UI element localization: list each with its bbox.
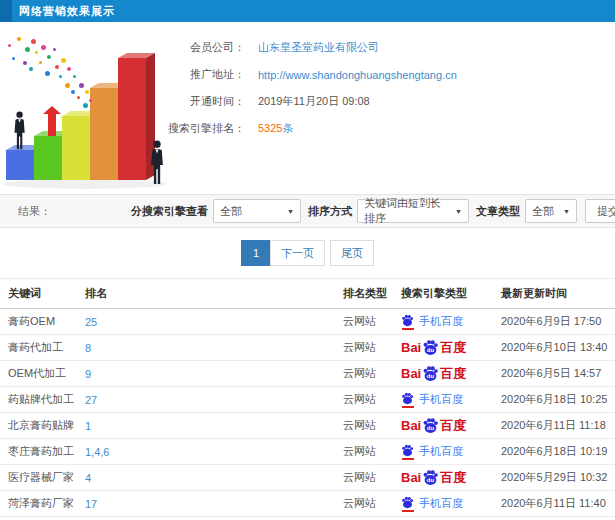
mobile-baidu-underline [402, 510, 414, 512]
info-value-link[interactable]: http://www.shandonghuangshengtang.cn [258, 69, 457, 81]
submit-button[interactable]: 提交 [585, 199, 615, 223]
baidu-logo-name: 百度 [440, 339, 466, 357]
rank-type-cell: 云网站 [343, 465, 401, 491]
baidu-logo-bai: Bai [401, 366, 421, 381]
rank-type-cell: 云网站 [343, 361, 401, 387]
table-row: OEM代加工9云网站Bai du 百度2020年6月5日 14:57 [0, 361, 615, 387]
rank-link[interactable]: 9 [85, 368, 91, 380]
rank-link[interactable]: 17 [85, 498, 97, 510]
engine-cell: Bai du 百度 [401, 413, 501, 439]
info-value-link[interactable]: 山东皇圣堂药业有限公司 [258, 41, 379, 53]
article-filter-value: 全部 [532, 204, 554, 219]
rank-cell: 1 [85, 413, 343, 439]
confetti-dot [59, 75, 62, 78]
confetti-dot [71, 90, 75, 94]
keyword-cell: OEM代加工 [0, 361, 85, 387]
keyword-cell: 膏药代加工 [0, 335, 85, 361]
svg-text:du: du [427, 373, 435, 379]
info-row-label: 推广地址： [140, 67, 245, 82]
confetti-dot [55, 65, 59, 69]
sort-filter-select[interactable]: 关键词由短到长排序 ▼ [357, 199, 469, 223]
baidu-logo: Bai du 百度 [401, 365, 466, 383]
mobile-baidu-label: 手机百度 [419, 496, 463, 511]
info-row-value: 5325条 [258, 121, 293, 136]
confetti-dot [77, 96, 80, 99]
ranking-count-suffix-link[interactable]: 条 [282, 122, 293, 134]
baidu-paw-icon [401, 392, 414, 405]
confetti-dot [23, 61, 27, 65]
table-row: 枣庄膏药加工1,4,6云网站 手机百度2020年6月18日 10:19 [0, 439, 615, 465]
rank-link[interactable]: 27 [85, 394, 97, 406]
page-title: 网络营销效果展示 [19, 4, 115, 19]
baidu-paw-icon: du [422, 417, 439, 434]
pagination-last-button[interactable]: 尾页 [330, 240, 374, 266]
info-row: 开通时间：2019年11月20日 09:08 [140, 88, 610, 115]
confetti-dot [53, 48, 56, 51]
rank-type-cell: 云网站 [343, 413, 401, 439]
mobile-baidu-paw-icon [401, 496, 414, 512]
result-label: 结果： [18, 204, 51, 219]
article-filter-label: 文章类型 [476, 204, 520, 219]
confetti-dot [47, 55, 51, 59]
table-body: 膏药OEM25云网站 手机百度2020年6月9日 17:50膏药代加工8云网站B… [0, 309, 615, 517]
confetti-dot [35, 51, 38, 54]
confetti-dot [45, 71, 50, 76]
update-time-cell: 2020年5月29日 10:32 [501, 465, 615, 491]
baidu-logo-name: 百度 [440, 469, 466, 487]
table-row: 药贴牌代加工27云网站 手机百度2020年6月18日 10:25 [0, 387, 615, 413]
update-time-cell: 2020年6月5日 14:57 [501, 361, 615, 387]
mobile-baidu-logo: 手机百度 [401, 392, 463, 408]
mobile-baidu-label: 手机百度 [419, 444, 463, 459]
rank-link[interactable]: 1,4,6 [85, 446, 109, 458]
rank-link[interactable]: 25 [85, 316, 97, 328]
pagination: 1 下一页 尾页 [0, 228, 615, 278]
filter-controls: 分搜索引擎查看 全部 ▼ 排序方式 关键词由短到长排序 ▼ 文章类型 全部 ▼ … [124, 199, 615, 223]
engine-filter-select[interactable]: 全部 ▼ [213, 199, 301, 223]
table-row: 北京膏药贴牌1云网站Bai du 百度2020年6月11日 11:18 [0, 413, 615, 439]
engine-cell: 手机百度 [401, 387, 501, 413]
baidu-paw-icon: du [422, 417, 439, 434]
mobile-baidu-logo: 手机百度 [401, 444, 463, 460]
update-time-cell: 2020年6月11日 11:40 [501, 491, 615, 517]
article-filter-select[interactable]: 全部 ▼ [525, 199, 577, 223]
baidu-logo-bai: Bai [401, 470, 421, 485]
keyword-cell: 药贴牌代加工 [0, 387, 85, 413]
engine-cell: Bai du 百度 [401, 361, 501, 387]
confetti-dot [79, 83, 84, 88]
pagination-page-1[interactable]: 1 [241, 240, 271, 266]
mobile-baidu-underline [402, 458, 414, 460]
baidu-paw-icon [401, 314, 414, 327]
rank-type-cell: 云网站 [343, 439, 401, 465]
confetti-dot [67, 67, 71, 71]
keyword-cell: 医疗器械厂家 [0, 465, 85, 491]
confetti-dot [73, 75, 76, 78]
engine-cell: 手机百度 [401, 491, 501, 517]
confetti-dot [83, 103, 88, 108]
update-time-cell: 2020年6月18日 10:19 [501, 439, 615, 465]
svg-text:du: du [427, 477, 435, 483]
svg-text:du: du [427, 425, 435, 431]
rank-link[interactable]: 8 [85, 342, 91, 354]
table-row: 膏药OEM25云网站 手机百度2020年6月9日 17:50 [0, 309, 615, 335]
rank-link[interactable]: 1 [85, 420, 91, 432]
info-row-label: 开通时间： [140, 94, 245, 109]
rank-cell: 4 [85, 465, 343, 491]
rank-link[interactable]: 4 [85, 472, 91, 484]
header-rank-type: 排名类型 [343, 279, 401, 309]
sort-filter-label: 排序方式 [308, 204, 352, 219]
pagination-next-button[interactable]: 下一页 [270, 240, 325, 266]
baidu-logo: Bai du 百度 [401, 417, 466, 435]
info-row-value: 2019年11月20日 09:08 [258, 94, 370, 109]
engine-cell: Bai du 百度 [401, 465, 501, 491]
keyword-cell: 枣庄膏药加工 [0, 439, 85, 465]
table-row: 膏药代加工8云网站Bai du 百度2020年6月10日 13:40 [0, 335, 615, 361]
confetti-dot [25, 47, 30, 52]
engine-filter-label: 分搜索引擎查看 [131, 204, 208, 219]
update-time-cell: 2020年6月9日 17:50 [501, 309, 615, 335]
keyword-cell: 北京膏药贴牌 [0, 413, 85, 439]
rank-cell: 8 [85, 335, 343, 361]
confetti-dot [29, 67, 33, 71]
rank-cell: 9 [85, 361, 343, 387]
info-row-value: http://www.shandonghuangshengtang.cn [258, 69, 457, 81]
confetti-dot [39, 61, 42, 64]
